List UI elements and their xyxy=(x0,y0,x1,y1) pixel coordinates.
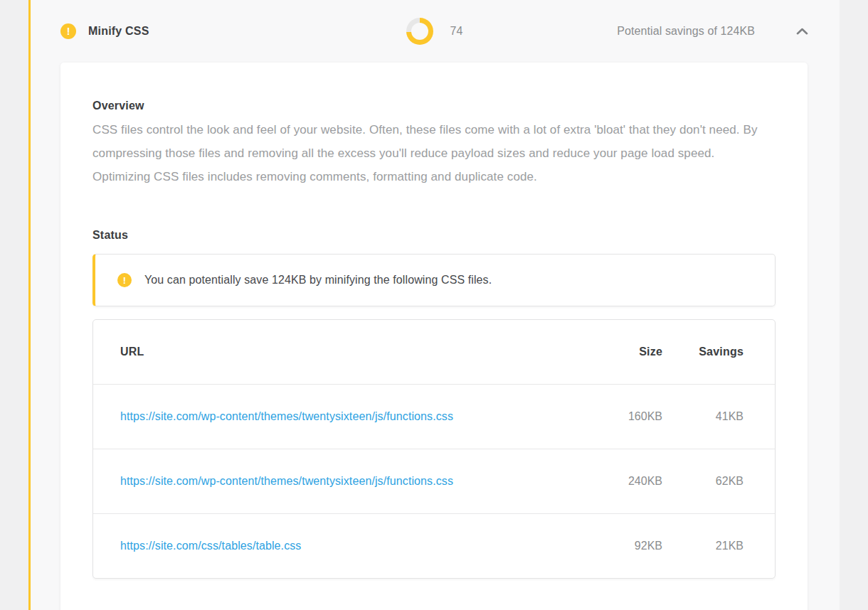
table-row: https://site.com/wp-content/themes/twent… xyxy=(93,384,775,449)
overview-heading: Overview xyxy=(92,100,776,112)
audit-header-left: ! Minify CSS xyxy=(60,23,406,39)
file-url-link[interactable]: https://site.com/wp-content/themes/twent… xyxy=(120,475,453,487)
css-files-table: URL Size Savings https://site.com/wp-con… xyxy=(92,319,776,579)
file-size-value: 92KB xyxy=(570,540,662,552)
overview-text: CSS files control the look and feel of y… xyxy=(92,118,776,188)
score-value: 74 xyxy=(450,25,463,38)
status-alert: ! You can potentially save 124KB by mini… xyxy=(92,254,776,306)
audit-header-right: Potential savings of 124KB xyxy=(462,25,808,38)
column-header-size: Size xyxy=(570,346,662,358)
file-savings-value: 62KB xyxy=(662,475,775,488)
audit-title: Minify CSS xyxy=(88,25,149,38)
warning-icon: ! xyxy=(117,273,132,287)
file-savings-value: 41KB xyxy=(662,410,775,423)
file-size-value: 160KB xyxy=(570,410,662,423)
table-header-row: URL Size Savings xyxy=(93,320,775,384)
table-row: https://site.com/wp-content/themes/twent… xyxy=(93,449,775,513)
status-heading: Status xyxy=(92,229,776,242)
warning-icon: ! xyxy=(60,23,76,39)
file-savings-value: 21KB xyxy=(662,540,775,552)
audit-score-group: 74 xyxy=(406,18,463,45)
status-alert-text: You can potentially save 124KB by minify… xyxy=(144,274,492,287)
chevron-up-icon[interactable] xyxy=(796,28,808,35)
audit-details-card: Overview CSS files control the look and … xyxy=(60,63,808,610)
audit-page: ! Minify CSS 74 Potential savings of 124… xyxy=(0,0,868,610)
audit-summary-row[interactable]: ! Minify CSS 74 Potential savings of 124… xyxy=(31,0,840,63)
column-header-savings: Savings xyxy=(662,346,775,358)
column-header-url: URL xyxy=(93,346,570,358)
potential-savings-label: Potential savings of 124KB xyxy=(617,25,755,38)
score-donut-chart xyxy=(406,18,433,45)
audit-panel: ! Minify CSS 74 Potential savings of 124… xyxy=(31,0,840,610)
table-row: https://site.com/css/tables/table.css 92… xyxy=(93,513,775,578)
file-size-value: 240KB xyxy=(570,475,662,488)
file-url-link[interactable]: https://site.com/css/tables/table.css xyxy=(120,540,301,552)
file-url-link[interactable]: https://site.com/wp-content/themes/twent… xyxy=(120,410,453,422)
